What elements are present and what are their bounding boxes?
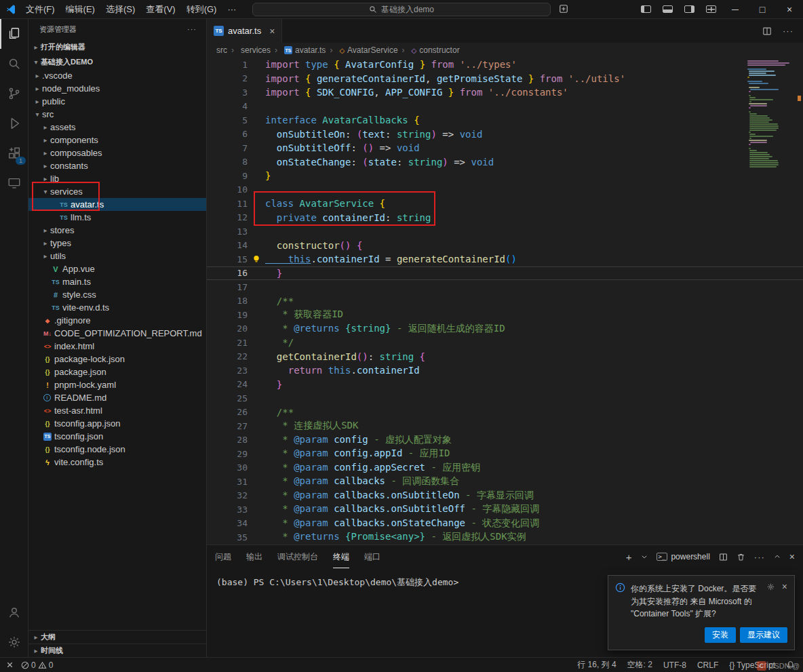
panel-tab-4[interactable]: 端口 [364, 545, 380, 568]
code-line[interactable]: 21 */ [207, 336, 803, 350]
new-window-icon[interactable] [559, 4, 568, 14]
section-project-root[interactable]: ▾ 基础接入DEMO [28, 54, 206, 69]
language-mode[interactable]: {} TypeScript [729, 660, 775, 670]
tree-item-package-lock.json[interactable]: {}package-lock.json [28, 353, 206, 365]
code-line[interactable]: 5interface AvatarCallbacks { [207, 113, 803, 127]
tree-item-readme.md[interactable]: iREADME.md [28, 391, 206, 404]
menu-item-4[interactable]: 转到(G) [181, 0, 222, 18]
remote-indicator-icon[interactable] [5, 660, 14, 669]
code-line[interactable]: 23 return this.containerId [207, 363, 803, 378]
customize-layout-icon[interactable] [700, 0, 722, 18]
code-line[interactable]: 34 * @param callbacks.onStateChange - 状态… [207, 517, 803, 531]
tree-item-package.json[interactable]: {}package.json [28, 365, 206, 378]
notifications-bell-icon[interactable] [786, 660, 795, 669]
breadcrumb-file[interactable]: TS avatar.ts [271, 45, 326, 55]
lightbulb-icon[interactable] [252, 254, 261, 264]
encoding[interactable]: UTF-8 [663, 660, 686, 670]
code-line[interactable]: 12 private containerId: string [207, 211, 803, 225]
eol-sequence[interactable]: CRLF [697, 660, 718, 670]
tree-item-lib[interactable]: ▸lib [28, 172, 206, 185]
minimap[interactable] [747, 60, 795, 168]
tree-item-style.css[interactable]: #style.css [28, 288, 206, 301]
tree-item-avatar.ts[interactable]: TSavatar.ts [28, 198, 206, 211]
tree-item-constants[interactable]: ▸constants [28, 159, 206, 172]
tab-close-icon[interactable]: × [269, 26, 275, 37]
section-open-editors[interactable]: ▸ 打开的编辑器 [28, 39, 206, 54]
menu-item-2[interactable]: 选择(S) [100, 0, 140, 18]
split-terminal-icon[interactable] [719, 553, 728, 561]
tree-item-components[interactable]: ▸components [28, 134, 206, 146]
panel-tab-3[interactable]: 终端 [333, 545, 349, 568]
tree-item-app.vue[interactable]: VApp.vue [28, 262, 206, 275]
code-line[interactable]: 2import { generateContainerId, getPromis… [207, 72, 803, 86]
code-line[interactable]: 30 * @param config.appSecret - 应用密钥 [207, 461, 803, 475]
menu-overflow-icon[interactable]: ··· [222, 0, 241, 18]
code-line[interactable]: 15 this.containerId = generateContainerI… [207, 252, 803, 266]
tree-item-vite-env.d.ts[interactable]: TSvite-env.d.ts [28, 301, 206, 314]
code-line[interactable]: 6 onSubtitleOn: (text: string) => void [207, 127, 803, 142]
code-line[interactable]: 33 * @param callbacks.onSubtitleOff - 字幕… [207, 502, 803, 517]
tree-item-pnpm-lock.yaml[interactable]: !pnpm-lock.yaml [28, 378, 206, 391]
maximize-button[interactable]: □ [749, 0, 776, 18]
tree-item-index.html[interactable]: <>index.html [28, 340, 206, 353]
tree-item-assets[interactable]: ▸assets [28, 121, 206, 134]
code-line[interactable]: 31 * @param callbacks - 回调函数集合 [207, 475, 803, 489]
code-line[interactable]: 1import type { AvatarConfig } from '../t… [207, 58, 803, 72]
tree-item-vite.config.ts[interactable]: ϟvite.config.ts [28, 456, 206, 469]
code-line[interactable]: 16 } [207, 266, 803, 281]
section-outline[interactable]: ▸ 大纲 [28, 630, 206, 644]
panel-tab-0[interactable]: 问题 [215, 545, 231, 568]
panel-tab-2[interactable]: 调试控制台 [277, 545, 318, 568]
source-control-icon[interactable] [0, 79, 28, 108]
tree-item-tsconfig.node.json[interactable]: {}tsconfig.node.json [28, 443, 206, 456]
code-line[interactable]: 7 onSubtitleOff: () => void [207, 141, 803, 155]
code-line[interactable]: 20 * @returns {string} - 返回随机生成的容器ID [207, 322, 803, 336]
tree-item-public[interactable]: ▸public [28, 95, 206, 108]
search-input[interactable]: 基础接入demo [252, 3, 551, 16]
editor-more-icon[interactable]: ··· [783, 26, 794, 36]
notification-close-icon[interactable]: × [782, 582, 787, 591]
tree-item-code_optimization_report.md[interactable]: M↓CODE_OPTIMIZATION_REPORT.md [28, 327, 206, 340]
tree-item-tsconfig.app.json[interactable]: {}tsconfig.app.json [28, 417, 206, 430]
tab-avatar-ts[interactable]: TS avatar.ts × [207, 19, 282, 43]
breadcrumb-services[interactable]: services [227, 45, 271, 55]
tree-item-.vscode[interactable]: ▸.vscode [28, 69, 206, 82]
kill-terminal-icon[interactable] [737, 553, 745, 561]
code-line[interactable]: 35 * @returns {Promise<any>} - 返回虚拟人SDK实… [207, 530, 803, 545]
extensions-icon[interactable]: 1 [0, 138, 28, 168]
code-line[interactable]: 28 * @param config - 虚拟人配置对象 [207, 433, 803, 448]
code-line[interactable]: 10 [207, 183, 803, 197]
code-line[interactable]: 11class AvatarService { [207, 197, 803, 211]
install-button[interactable]: 安装 [705, 627, 736, 643]
tree-item-test-asr.html[interactable]: <>test-asr.html [28, 404, 206, 417]
toggle-panel-icon[interactable] [657, 0, 678, 18]
breadcrumb-constructor[interactable]: ◇ constructor [398, 45, 460, 55]
notification-gear-icon[interactable] [766, 582, 775, 591]
tree-item-main.ts[interactable]: TSmain.ts [28, 275, 206, 288]
code-line[interactable]: 26 /** [207, 406, 803, 420]
close-panel-icon[interactable]: × [789, 551, 795, 562]
menu-item-3[interactable]: 查看(V) [140, 0, 180, 18]
code-line[interactable]: 13 [207, 224, 803, 239]
minimize-button[interactable]: ─ [722, 0, 749, 18]
tree-item-stores[interactable]: ▸stores [28, 224, 206, 237]
new-terminal-icon[interactable]: + [626, 551, 632, 563]
terminal-dropdown-icon[interactable] [641, 553, 648, 560]
code-line[interactable]: 3import { SDK_CONFIG, APP_CONFIG } from … [207, 85, 803, 100]
breadcrumb-class[interactable]: ◇ AvatarService [326, 45, 397, 55]
section-timeline[interactable]: ▸ 时间线 [28, 644, 206, 657]
code-line[interactable]: 24 } [207, 378, 803, 392]
terminal-instance[interactable]: >_ powershell [657, 552, 710, 561]
tree-item-utils[interactable]: ▸utils [28, 250, 206, 262]
tree-item-types[interactable]: ▸types [28, 237, 206, 250]
menu-item-1[interactable]: 编辑(E) [60, 0, 100, 18]
accounts-icon[interactable] [0, 597, 28, 627]
close-window-button[interactable]: × [776, 0, 803, 18]
panel-more-icon[interactable]: ··· [754, 552, 765, 562]
settings-gear-icon[interactable] [0, 627, 28, 657]
cursor-position[interactable]: 行 16, 列 4 [577, 659, 616, 671]
explorer-icon[interactable] [0, 19, 28, 49]
code-line[interactable]: 19 * 获取容器ID [207, 308, 803, 322]
search-sidebar-icon[interactable] [0, 49, 28, 79]
tree-item-services[interactable]: ▾services [28, 185, 206, 198]
